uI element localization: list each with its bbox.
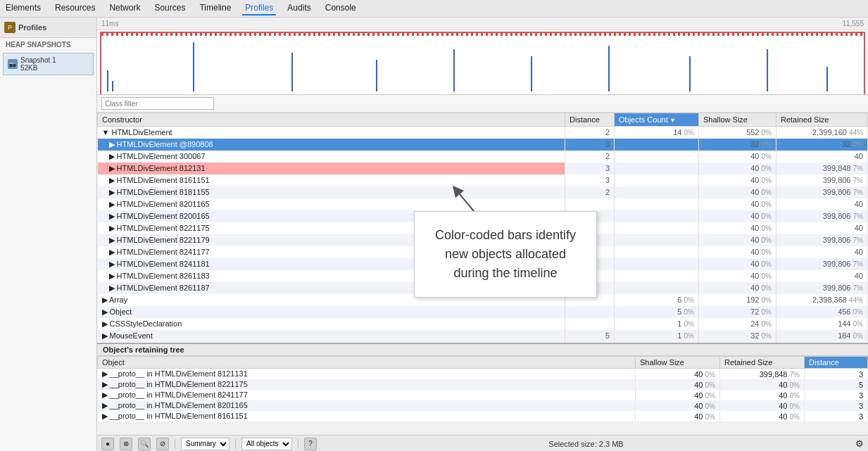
timeline-bar: [376, 60, 377, 91]
summary-select[interactable]: Summary: [181, 438, 229, 450]
cell-shallow: 32 0%: [699, 342, 776, 343]
bottom-table-row[interactable]: ▶ __proto__ in HTMLDivElement 8121131 40…: [98, 369, 868, 380]
cell-count: 1 0%: [615, 342, 699, 343]
bottom-cell-shallow: 40 0%: [636, 411, 720, 421]
bottom-table-row[interactable]: ▶ __proto__ in HTMLDivElement 8201165 40…: [98, 400, 868, 411]
cell-retained: 2,399,160 44%: [776, 127, 868, 139]
toolbar-btn-search[interactable]: 🔍: [138, 438, 151, 450]
data-table-container[interactable]: Constructor Distance Objects Count Shall…: [97, 113, 868, 343]
sidebar-header: P Profiles: [0, 18, 96, 38]
col-shallow-size[interactable]: Shallow Size: [699, 113, 776, 127]
menu-timeline[interactable]: Timeline: [196, 1, 234, 15]
callout-box: Color-coded bars identify new objects al…: [414, 211, 597, 298]
cell-count: [615, 163, 699, 174]
cell-retained: 399,806 7%: [776, 186, 868, 198]
timeline-bar: [193, 42, 194, 91]
cell-shallow: 32 0%: [699, 139, 776, 151]
footer-selected-size: Selected size: 2.3 MB: [322, 440, 850, 448]
bottom-col-distance[interactable]: Distance: [805, 357, 868, 369]
cell-retained: 399,806 7%: [776, 282, 868, 294]
bottom-col-shallow[interactable]: Shallow Size: [636, 357, 720, 369]
cell-retained: 399,806 7%: [776, 210, 868, 222]
cell-count: [615, 246, 699, 258]
bottom-cell-distance: 5: [805, 379, 868, 390]
toolbar-btn-clear[interactable]: ⊗: [120, 438, 132, 450]
cell-constructor: ▶ UIEvent: [98, 342, 565, 343]
menu-elements[interactable]: Elements: [3, 1, 44, 15]
menu-network[interactable]: Network: [106, 1, 143, 15]
cell-count: 6 0%: [615, 294, 699, 306]
toolbar-btn-question[interactable]: ?: [304, 438, 317, 450]
snapshot-name: Snapshot 1: [20, 56, 56, 64]
settings-icon[interactable]: ⚙: [855, 438, 864, 449]
bottom-table-row[interactable]: ▶ __proto__ in HTMLDivElement 8221175 40…: [98, 379, 868, 390]
cell-count: 5 0%: [615, 306, 699, 318]
cell-retained: 40: [776, 222, 868, 234]
bottom-cell-retained: 399,848 7%: [720, 369, 805, 380]
table-row[interactable]: ▶ CSSStyleDeclaration 1 0% 24 0% 144 0%: [98, 318, 868, 330]
menu-console[interactable]: Console: [322, 1, 359, 15]
snapshot-item[interactable]: 📷 Snapshot 1 52KB: [3, 53, 94, 75]
bottom-col-object[interactable]: Object: [98, 357, 636, 369]
cell-constructor: ▶ HTMLDivElement 812131: [98, 163, 565, 174]
timeline-bar: [112, 81, 113, 91]
cell-distance: [565, 198, 615, 210]
footer-right: ⚙: [855, 438, 864, 449]
heap-snapshots-label: HEAP SNAPSHOTS: [0, 38, 96, 51]
class-filter-input[interactable]: [101, 97, 214, 110]
cell-retained: 184 0%: [776, 342, 868, 343]
cell-retained: 2,398,368 44%: [776, 294, 868, 306]
toolbar-separator: [175, 439, 175, 449]
table-row[interactable]: ▼ HTMLDivElement 2 14 0% 552 0% 2,399,16…: [98, 127, 868, 139]
cell-distance: 5: [565, 330, 615, 342]
col-objects-count[interactable]: Objects Count: [615, 113, 699, 127]
menu-resources[interactable]: Resources: [52, 1, 98, 15]
col-retained-size[interactable]: Retained Size: [776, 113, 868, 127]
menu-bar: Elements Resources Network Sources Timel…: [0, 0, 868, 18]
bottom-table-container[interactable]: Object Shallow Size Retained Size Distan…: [97, 356, 868, 435]
timeline-header: 11ms 11,555: [97, 18, 868, 30]
cell-distance: 3: [565, 174, 615, 186]
bottom-panel: Object's retaining tree Object Shallow S…: [97, 343, 868, 451]
cell-retained: 32 0%: [776, 139, 868, 151]
table-row[interactable]: ▶ HTMLDivElement 300067 2 40 0% 40: [98, 151, 868, 163]
col-constructor[interactable]: Constructor: [98, 113, 565, 127]
bottom-col-retained[interactable]: Retained Size: [720, 357, 805, 369]
cell-retained: 399,806 7%: [776, 174, 868, 186]
cell-retained: 40: [776, 151, 868, 163]
callout-text: Color-coded bars identify new objects al…: [435, 228, 576, 280]
cell-shallow: 32 0%: [699, 330, 776, 342]
cell-distance: [565, 306, 615, 318]
menu-profiles[interactable]: Profiles: [242, 1, 276, 15]
timeline-canvas[interactable]: [100, 32, 865, 95]
filter-select[interactable]: All objects: [241, 438, 292, 450]
bottom-cell-distance: 3: [805, 411, 868, 421]
cell-shallow: 40 0%: [699, 163, 776, 174]
cell-count: [615, 222, 699, 234]
timeline-strip[interactable]: 11ms 11,555: [97, 18, 868, 95]
sidebar: P Profiles HEAP SNAPSHOTS 📷 Snapshot 1 5…: [0, 18, 97, 451]
bottom-cell-shallow: 40 0%: [636, 369, 720, 380]
table-row[interactable]: ▶ UIEvent 5 1 0% 32 0% 184 0%: [98, 342, 868, 343]
menu-sources[interactable]: Sources: [151, 1, 188, 15]
cell-shallow: 552 0%: [699, 127, 776, 139]
toolbar-btn-prohibit[interactable]: ⊘: [156, 438, 169, 450]
bottom-table-row[interactable]: ▶ __proto__ in HTMLDivElement 8161151 40…: [98, 411, 868, 421]
table-row[interactable]: ▶ HTMLDivElement 812131 3 40 0% 399,848 …: [98, 163, 868, 174]
bottom-table-row[interactable]: ▶ __proto__ in HTMLDivElement 8241177 40…: [98, 390, 868, 400]
cell-count: [615, 234, 699, 246]
bottom-cell-distance: 3: [805, 400, 868, 411]
table-row[interactable]: ▶ MouseEvent 5 1 0% 32 0% 184 0%: [98, 330, 868, 342]
cell-distance: 3: [565, 139, 615, 151]
cell-count: [615, 282, 699, 294]
cell-retained: 399,806 7%: [776, 234, 868, 246]
col-distance[interactable]: Distance: [565, 113, 615, 127]
toolbar-btn-record[interactable]: ●: [101, 438, 114, 450]
table-row[interactable]: ▶ HTMLDivElement @890808 3 32 0% 32 0%: [98, 139, 868, 151]
menu-audits[interactable]: Audits: [284, 1, 313, 15]
table-row[interactable]: ▶ Object 5 0% 72 0% 456 0%: [98, 306, 868, 318]
cell-distance: [565, 318, 615, 330]
cell-retained: 399,806 7%: [776, 258, 868, 270]
cell-constructor: ▶ CSSStyleDeclaration: [98, 318, 565, 330]
cell-shallow: 40 0%: [699, 222, 776, 234]
